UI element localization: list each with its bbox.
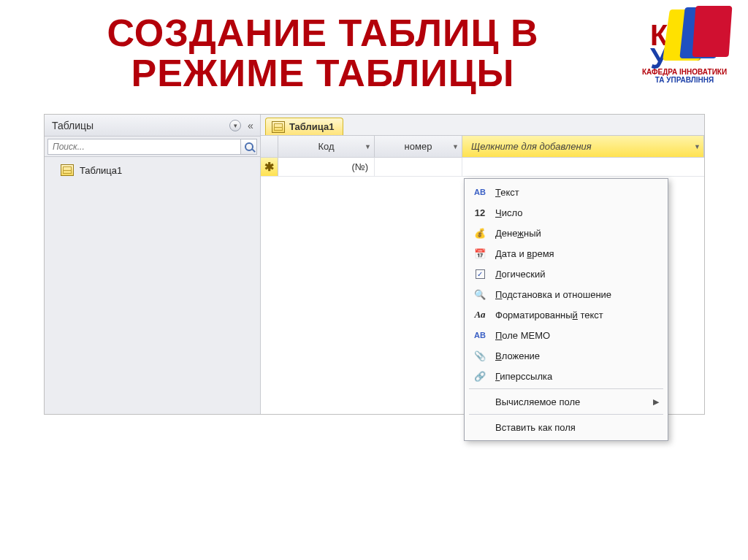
search-input[interactable] (47, 139, 241, 155)
logo-caption-2: ТА УПРАВЛІННЯ (630, 76, 739, 84)
menu-item-label: Вставить как поля (495, 422, 576, 433)
institution-logo: К І У КАФЕДРА ІННОВАТИКИ ТА УПРАВЛІННЯ (630, 6, 739, 93)
nav-header[interactable]: Таблицы ▾ « (45, 115, 260, 137)
currency-icon: 💰 (472, 228, 488, 239)
document-tab[interactable]: Таблица1 (265, 118, 343, 135)
column-header-label: Щелкните для добавления (471, 141, 592, 152)
nav-header-label: Таблицы (52, 120, 94, 131)
table-icon (272, 121, 285, 133)
search-button[interactable] (241, 139, 257, 155)
menu-item-richtext[interactable]: Aa Форматированный текст (466, 304, 666, 325)
chevron-down-icon: ▼ (452, 143, 459, 150)
menu-item-memo[interactable]: AB Поле МЕМО (466, 325, 666, 345)
menu-separator (469, 388, 663, 389)
menu-item-lookup[interactable]: 🔍 Подстановка и отношение (466, 284, 666, 304)
menu-item-calculated[interactable]: Вычисляемое поле ▶ (466, 391, 666, 412)
cell-nomer[interactable] (375, 158, 462, 176)
cell-kod[interactable]: (№) (278, 158, 375, 176)
column-header-add[interactable]: Щелкните для добавления ▼ (462, 136, 704, 157)
checkbox-icon: ✓ (472, 269, 488, 279)
menu-item-label: Вложение (495, 350, 540, 361)
column-header-kod[interactable]: Код ▼ (278, 136, 375, 157)
navigation-pane: Таблицы ▾ « Таблица1 (45, 115, 261, 414)
search-icon (245, 142, 253, 151)
calendar-icon: 📅 (472, 248, 488, 259)
document-tab-label: Таблица1 (289, 121, 334, 132)
row-selector-new[interactable]: ✱ (261, 158, 278, 176)
menu-item-label: Гиперссылка (495, 371, 552, 382)
menu-item-label: Поле МЕМО (495, 330, 550, 341)
menu-item-boolean[interactable]: ✓ Логический (466, 264, 666, 284)
menu-separator (469, 414, 663, 415)
nav-collapse-button[interactable]: « (245, 120, 256, 131)
column-header-nomer[interactable]: номер ▼ (375, 136, 462, 157)
field-type-menu: AB Текст 12 Число 💰 Денежный 📅 Дата и вр… (464, 178, 668, 441)
column-header-label: Код (318, 141, 334, 152)
lookup-icon: 🔍 (472, 289, 488, 300)
nav-item-table1[interactable]: Таблица1 (45, 161, 260, 179)
menu-item-label: Форматированный текст (495, 310, 603, 321)
menu-item-number[interactable]: 12 Число (466, 202, 666, 223)
new-record-row[interactable]: ✱ (№) (261, 158, 704, 177)
column-header-label: номер (405, 141, 432, 152)
submenu-arrow-icon: ▶ (653, 397, 659, 407)
select-all-corner[interactable] (261, 136, 278, 157)
menu-item-label: Логический (495, 269, 545, 280)
menu-item-label: Дата и время (495, 248, 554, 259)
menu-item-text[interactable]: AB Текст (466, 182, 666, 202)
menu-item-label: Число (495, 207, 522, 218)
nav-filter-button[interactable]: ▾ (229, 120, 241, 131)
menu-item-label: Вычисляемое поле (495, 396, 580, 407)
menu-item-hyperlink[interactable]: 🔗 Гиперссылка (466, 366, 666, 386)
datasheet: Код ▼ номер ▼ Щелкните для добавления ▼ … (261, 135, 704, 414)
richtext-icon: Aa (472, 309, 488, 321)
document-area: Таблица1 Код ▼ номер ▼ Щелкните для доба… (261, 115, 704, 414)
number-icon: 12 (472, 207, 488, 218)
menu-item-label: Подстановка и отношение (495, 289, 611, 300)
text-icon: AB (472, 188, 488, 196)
chevron-down-icon: ▼ (694, 143, 701, 150)
menu-item-attachment[interactable]: 📎 Вложение (466, 345, 666, 366)
chevron-down-icon: ▼ (365, 143, 371, 150)
memo-icon: AB (472, 331, 488, 340)
table-icon (61, 164, 74, 176)
access-screenshot: Таблицы ▾ « Таблица1 Таблица1 (44, 114, 705, 415)
menu-item-label: Текст (495, 187, 519, 198)
logo-caption-1: КАФЕДРА ІННОВАТИКИ (630, 68, 739, 76)
slide-title: СОЗДАНИЕ ТАБЛИЦ В РЕЖИМЕ ТАБЛИЦЫ (29, 13, 617, 93)
nav-item-label: Таблица1 (80, 165, 122, 176)
hyperlink-icon: 🔗 (472, 371, 488, 382)
menu-item-label: Денежный (495, 228, 541, 239)
menu-item-paste-as-fields[interactable]: Вставить как поля (466, 417, 666, 437)
menu-item-currency[interactable]: 💰 Денежный (466, 223, 666, 243)
menu-item-datetime[interactable]: 📅 Дата и время (466, 243, 666, 264)
attachment-icon: 📎 (472, 350, 488, 361)
